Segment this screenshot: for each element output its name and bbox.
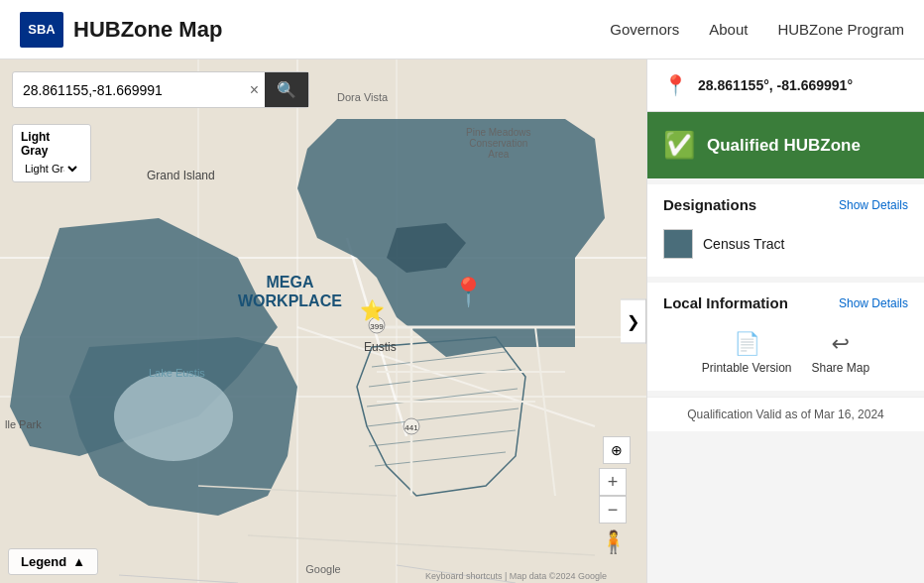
local-information-section: Local Information Show Details 📄 Printab… [647, 283, 924, 391]
map-zoom-controls: + − [599, 468, 627, 524]
legend-label: Legend [21, 554, 66, 569]
coord-bar: 📍 28.861155°, -81.669991° [647, 59, 924, 112]
google-logo-text: Google [305, 563, 340, 575]
zoom-out-button[interactable]: − [599, 496, 627, 524]
clear-search-button[interactable]: × [244, 77, 265, 103]
search-bar: × 🔍 [12, 71, 309, 108]
map-expand-button[interactable]: ❯ [621, 299, 646, 344]
local-info-show-details[interactable]: Show Details [839, 296, 908, 310]
legend-bar[interactable]: Legend ▲ [8, 548, 98, 575]
census-tract-color [663, 229, 693, 259]
layer-select[interactable]: Light Gray Streets Satellite Terrain [21, 162, 80, 175]
printable-version-button[interactable]: 📄 Printable Version [702, 331, 792, 375]
share-map-button[interactable]: ↪ Share Map [812, 331, 870, 375]
header: SBA HUBZone Map Governors About HUBZone … [0, 0, 924, 59]
street-view-icon[interactable]: 🧍 [600, 529, 627, 555]
header-nav: Governors About HUBZone Program [610, 21, 904, 38]
map-background: 399 441 [0, 59, 646, 583]
sba-logo: SBA [20, 12, 63, 48]
hubzone-banner: ✅ Qualified HUBZone [647, 112, 924, 178]
coord-pin-icon: 📍 [663, 73, 688, 97]
svg-point-20 [114, 372, 233, 461]
share-map-label: Share Map [812, 361, 870, 375]
map-keyboard-shortcuts: Keyboard shortcuts | Map data ©2024 Goog… [425, 571, 607, 581]
layer-selector[interactable]: LightGray Light Gray Streets Satellite T… [12, 124, 91, 182]
census-tract-label: Census Tract [703, 236, 784, 252]
compass-icon: ⊕ [611, 442, 623, 458]
layer-label: LightGray [21, 130, 82, 159]
local-info-actions: 📄 Printable Version ↪ Share Map [663, 321, 908, 379]
nav-hubzone-program[interactable]: HUBZone Program [777, 21, 904, 38]
local-info-title: Local Information [663, 294, 788, 311]
map-container[interactable]: 399 441 × 🔍 LightGray Light Gray Streets [0, 59, 646, 583]
google-watermark: Google [305, 563, 340, 575]
app-title: HUBZone Map [73, 17, 222, 43]
map-location-button[interactable]: ⊕ [603, 436, 631, 464]
nav-governors[interactable]: Governors [610, 21, 679, 38]
qualification-valid-text: Qualification Valid as of Mar 16, 2024 [687, 408, 884, 421]
svg-text:399: 399 [370, 322, 384, 331]
designations-header: Designations Show Details [663, 196, 908, 213]
hubzone-label: Qualified HUBZone [707, 136, 861, 156]
svg-text:441: 441 [404, 423, 418, 432]
search-input[interactable] [13, 74, 244, 106]
header-left: SBA HUBZone Map [20, 12, 222, 48]
designations-section: Designations Show Details Census Tract [647, 184, 924, 277]
designations-show-details[interactable]: Show Details [839, 198, 908, 212]
designations-title: Designations [663, 196, 756, 213]
zoom-in-button[interactable]: + [599, 468, 627, 496]
local-info-header: Local Information Show Details [663, 294, 908, 311]
main-content: 399 441 × 🔍 LightGray Light Gray Streets [0, 59, 924, 583]
nav-about[interactable]: About [709, 21, 748, 38]
search-button[interactable]: 🔍 [265, 72, 308, 107]
right-panel: 📍 28.861155°, -81.669991° ✅ Qualified HU… [646, 59, 924, 583]
qualification-valid-bar: Qualification Valid as of Mar 16, 2024 [647, 397, 924, 431]
legend-toggle-icon: ▲ [72, 554, 85, 569]
hubzone-check-icon: ✅ [663, 130, 695, 161]
printable-version-label: Printable Version [702, 361, 792, 375]
search-icon: 🔍 [277, 80, 296, 99]
print-icon: 📄 [734, 331, 760, 357]
coord-text: 28.861155°, -81.669991° [698, 77, 853, 93]
census-tract-item: Census Tract [663, 223, 908, 265]
share-icon: ↪ [832, 331, 850, 357]
